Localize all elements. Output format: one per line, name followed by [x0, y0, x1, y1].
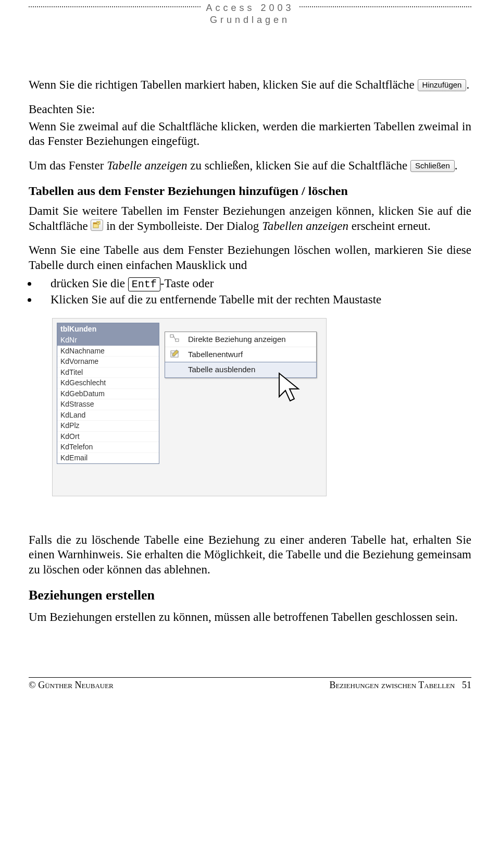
menu-label: Tabellenentwurf [188, 350, 243, 359]
table-row[interactable]: KdNr [57, 335, 159, 346]
paragraph-note: Wenn Sie zweimal auf die Schaltfläche kl… [29, 119, 471, 150]
paragraph-warning: Falls die zu löschende Tabelle eine Bezi… [29, 533, 471, 578]
text-italic: Tabelle anzeigen [107, 159, 187, 172]
text: Um das Fenster [29, 159, 107, 172]
show-table-icon-button[interactable]: + [91, 219, 103, 231]
svg-line-6 [173, 336, 176, 340]
bullet-list: drücken Sie die Entf-Taste oder Klicken … [29, 276, 471, 308]
text: drücken Sie die [51, 277, 128, 290]
text: erscheint erneut. [348, 219, 431, 233]
footer-right: Beziehungen zwischen Tabellen 51 [329, 680, 471, 691]
paragraph-close: Um das Fenster Tabelle anzeigen zu schli… [29, 158, 471, 174]
heading-create-relations: Beziehungen erstellen [29, 587, 471, 604]
table-row[interactable]: KdGeschlecht [57, 378, 159, 389]
menu-item-table-design[interactable]: Tabellenentwurf [165, 347, 316, 362]
table-row[interactable]: KdOrt [57, 432, 159, 443]
table-row[interactable]: KdGebDatum [57, 389, 159, 400]
table-row[interactable]: KdVorname [57, 357, 159, 368]
text-italic: Tabellen anzeigen [262, 219, 348, 233]
svg-rect-5 [176, 339, 179, 341]
list-item: Klicken Sie auf die zu entfernende Tabel… [38, 292, 471, 308]
footer-author: © Günther Neubauer [29, 680, 114, 691]
table-row[interactable]: KdLand [57, 410, 159, 421]
table-row[interactable]: KdStrasse [57, 399, 159, 410]
screenshot-context-menu: tblKunden KdNr KdNachname KdVorname KdTi… [52, 318, 327, 496]
heading-add-remove: Tabellen aus dem Fenster Beziehungen hin… [29, 183, 471, 199]
table-title: tblKunden [57, 323, 159, 336]
menu-label: Tabelle ausblenden [188, 365, 255, 374]
footer-section: Beziehungen zwischen Tabellen [329, 680, 455, 690]
text: zu schließen, klicken Sie auf die Schalt… [188, 159, 411, 172]
cursor-icon [277, 371, 308, 407]
footer-page: 51 [462, 680, 471, 690]
paragraph-delete: Wenn Sie eine Tabelle aus dem Fenster Be… [29, 243, 471, 273]
table-row[interactable]: KdEmail [57, 453, 159, 464]
header-dots-left [29, 6, 201, 7]
paragraph-create: Um Beziehungen erstellen zu können, müss… [29, 610, 471, 625]
table-row[interactable]: KdTitel [57, 368, 159, 378]
text: . [466, 78, 469, 91]
table-row[interactable]: KdPlz [57, 421, 159, 432]
key-entf: Entf [128, 277, 160, 291]
paragraph-intro: Wenn Sie die richtigen Tabellen markiert… [29, 78, 471, 93]
text: -Taste oder [160, 277, 214, 290]
text: . [455, 159, 458, 172]
header-subtitle: Grundlagen [29, 15, 471, 26]
menu-item-direct-relation[interactable]: Direkte Beziehung anzeigen [165, 332, 316, 347]
page-footer: © Günther Neubauer Beziehungen zwischen … [29, 677, 471, 691]
close-button[interactable]: Schließen [410, 160, 455, 172]
table-window: tblKunden KdNr KdNachname KdVorname KdTi… [57, 323, 159, 464]
header-title: Access 2003 [206, 3, 294, 14]
svg-rect-4 [170, 335, 173, 337]
list-item: drücken Sie die Entf-Taste oder [38, 276, 471, 291]
text: Wenn Sie die richtigen Tabellen markiert… [29, 78, 418, 91]
menu-label: Direkte Beziehung anzeigen [188, 335, 286, 344]
table-row[interactable]: KdTelefon [57, 442, 159, 453]
page-header: Access 2003 Grundlagen [29, 3, 471, 26]
design-icon [169, 349, 181, 359]
text: in der Symbolleiste. Der Dialog [106, 219, 262, 233]
header-dots-right [299, 6, 471, 7]
table-row[interactable]: KdNachname [57, 346, 159, 357]
add-button[interactable]: Hinzufügen [418, 79, 467, 91]
note-label: Beachten Sie: [29, 102, 471, 117]
relation-icon [169, 334, 181, 344]
paragraph-add: Damit Sie weitere Tabellen im Fenster Be… [29, 204, 471, 234]
